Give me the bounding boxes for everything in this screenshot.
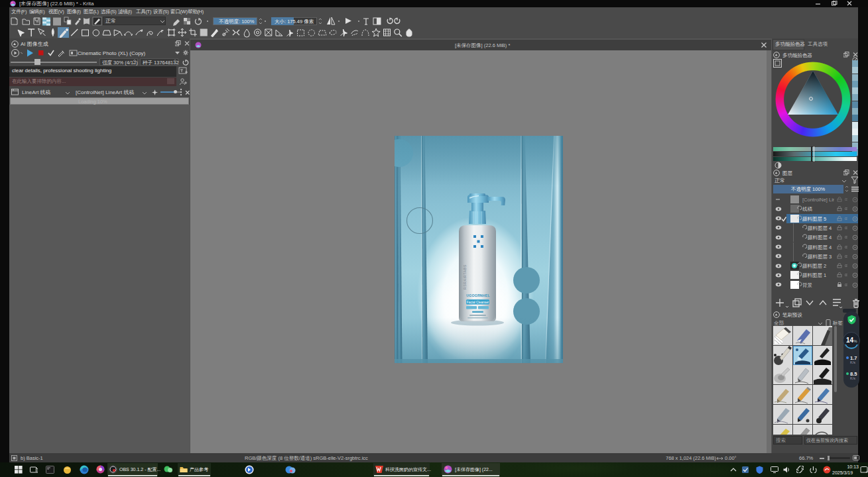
svg-text:RSRAIRTABS: RSRAIRTABS bbox=[463, 264, 467, 290]
svg-text:Facial Cleanser: Facial Cleanser bbox=[467, 301, 489, 304]
svg-text:UGOGRNHEL: UGOGRNHEL bbox=[466, 293, 490, 297]
